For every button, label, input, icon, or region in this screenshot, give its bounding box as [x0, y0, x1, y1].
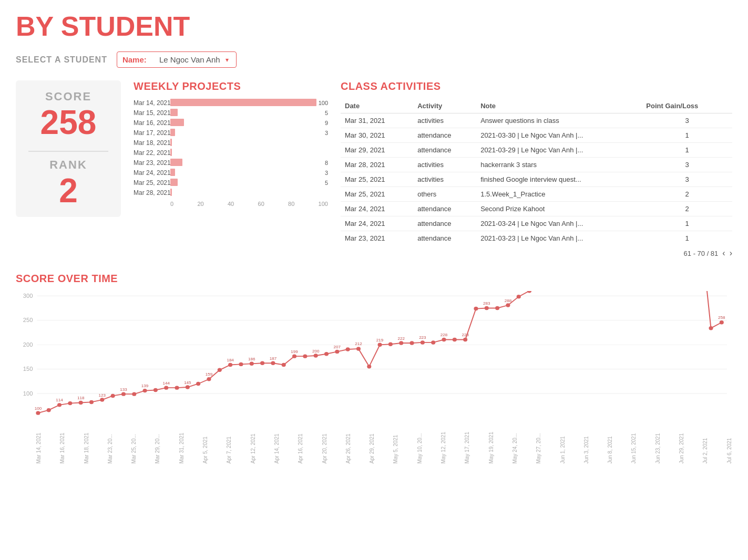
cell-activity: attendance — [413, 231, 476, 246]
svg-text:300: 300 — [23, 293, 33, 298]
score-dot — [378, 343, 382, 347]
score-point-label: 283 — [483, 301, 490, 306]
score-dot — [36, 411, 40, 414]
score-rank-divider — [28, 151, 108, 152]
score-dot — [453, 338, 457, 341]
score-dot — [196, 382, 200, 386]
rank-label: RANK — [49, 158, 87, 172]
score-point-label: 228 — [440, 333, 447, 337]
bar-container — [170, 149, 326, 157]
bar-date: Mar 22, 2021 — [134, 149, 170, 157]
cell-date: Mar 31, 2021 — [341, 113, 413, 128]
score-dot — [367, 365, 371, 368]
bar-container — [170, 169, 323, 177]
score-point-label: 145 — [184, 380, 191, 385]
svg-text:250: 250 — [23, 317, 33, 323]
cell-points: 3 — [642, 158, 732, 172]
x-axis-label: Mar 31, 2021 — [179, 432, 185, 464]
score-dot — [239, 362, 243, 366]
x-axis-label: May 17, 2021 — [464, 432, 470, 464]
cell-activity: activities — [413, 113, 476, 128]
score-dot — [228, 363, 232, 367]
score-dot — [709, 326, 713, 330]
score-dot — [442, 338, 446, 341]
bar-fill — [170, 109, 178, 116]
bar-value-label: 5 — [323, 110, 328, 116]
score-value: 258 — [40, 106, 97, 139]
cell-points: 3 — [642, 172, 732, 187]
page-title: BY STUDENT — [16, 11, 732, 42]
cell-points: 2 — [642, 187, 732, 202]
cell-activity: attendance — [413, 216, 476, 231]
bar-container — [170, 119, 323, 127]
bar-row: Mar 23, 2021 8 — [134, 159, 328, 167]
score-dot — [282, 363, 286, 367]
score-point-label: 222 — [398, 336, 405, 341]
chevron-down-icon: ▾ — [226, 56, 229, 64]
table-row: Mar 25, 2021 others 1.5.Week_1_Practice … — [341, 187, 732, 202]
bar-container — [170, 109, 323, 117]
cell-points: 3 — [642, 113, 732, 128]
bar-fill — [170, 159, 182, 166]
bar-row: Mar 16, 2021 9 — [134, 119, 328, 127]
cell-note: 2021-03-24 | Le Ngoc Van Anh |... — [476, 216, 642, 231]
weekly-projects-chart: Mar 14, 2021 100 Mar 15, 2021 5 Mar 16, … — [134, 99, 328, 197]
x-axis-label: Apr 7, 2021 — [226, 432, 232, 464]
pagination-prev-button[interactable]: ‹ — [722, 248, 725, 258]
bar-fill — [170, 189, 172, 196]
x-axis-label: Jun 8, 2021 — [607, 432, 613, 464]
table-header-row: Date Activity Note Point Gain/Loss — [341, 99, 732, 113]
table-row: Mar 23, 2021 attendance 2021-03-23 | Le … — [341, 231, 732, 246]
score-dot — [303, 354, 307, 358]
score-point-label: 199 — [291, 349, 298, 354]
x-axis-label: Jun 23, 2021 — [655, 432, 661, 464]
table-row: Mar 24, 2021 attendance Second Prize Kah… — [341, 202, 732, 216]
x-axis-label: Apr 29, 2021 — [369, 432, 375, 464]
select-student-label: SELECT A STUDENT — [16, 55, 107, 65]
score-point-label: 187 — [270, 356, 276, 361]
class-activities-title: CLASS ACTIVITIES — [341, 80, 732, 92]
svg-text:150: 150 — [23, 366, 33, 372]
x-axis-label: Jun 15, 2021 — [631, 432, 637, 464]
cell-note: 2021-03-23 | Le Ngoc Van Anh |... — [476, 231, 642, 246]
score-dot — [314, 354, 318, 357]
x-axis-label: Apr 20, 2021 — [322, 432, 327, 464]
x-axis-label: May 5, 2021 — [393, 432, 398, 464]
cell-activity: attendance — [413, 202, 476, 216]
bar-container — [170, 99, 316, 107]
score-dot — [175, 386, 179, 389]
x-axis-label: May 12, 2021 — [440, 432, 446, 464]
score-dot — [207, 377, 211, 381]
score-dot — [68, 401, 72, 405]
bar-container — [170, 129, 323, 137]
dropdown-name-label: Name: — [122, 55, 147, 64]
bar-container — [170, 189, 326, 197]
bar-row: Mar 22, 2021 — [134, 149, 328, 157]
pagination-range: 61 - 70 / 81 — [684, 250, 719, 257]
bar-container — [170, 159, 323, 167]
col-activity: Activity — [413, 99, 476, 113]
x-axis-label: May 10, 20... — [417, 432, 423, 464]
score-point-label: 114 — [56, 398, 63, 403]
svg-text:200: 200 — [23, 341, 33, 347]
bar-row: Mar 15, 2021 5 — [134, 109, 328, 117]
rank-value: 2 — [59, 174, 78, 208]
score-point-label: 100 — [35, 406, 42, 411]
cell-points: 1 — [642, 216, 732, 231]
bar-fill — [170, 129, 175, 136]
bar-value-label: 100 — [316, 100, 328, 106]
top-section: SCORE 258 RANK 2 WEEKLY PROJECTS Mar 14,… — [16, 80, 732, 258]
bar-axis-labels: 0 20 40 60 80 100 — [170, 201, 328, 207]
score-dot — [527, 291, 531, 293]
score-dot — [356, 347, 361, 350]
score-dot — [410, 341, 414, 345]
score-dot — [506, 303, 510, 307]
student-dropdown[interactable]: Name: Le Ngoc Van Anh ▾ — [117, 51, 237, 68]
cell-date: Mar 24, 2021 — [341, 202, 413, 216]
pagination-next-button[interactable]: › — [730, 248, 732, 258]
bar-date: Mar 15, 2021 — [134, 109, 170, 117]
table-row: Mar 28, 2021 activities hackerrank 3 sta… — [341, 158, 732, 172]
x-axis-label: Jun 29, 2021 — [679, 432, 684, 464]
cell-note: finished Google interview quest... — [476, 172, 642, 187]
score-dot — [132, 392, 136, 396]
